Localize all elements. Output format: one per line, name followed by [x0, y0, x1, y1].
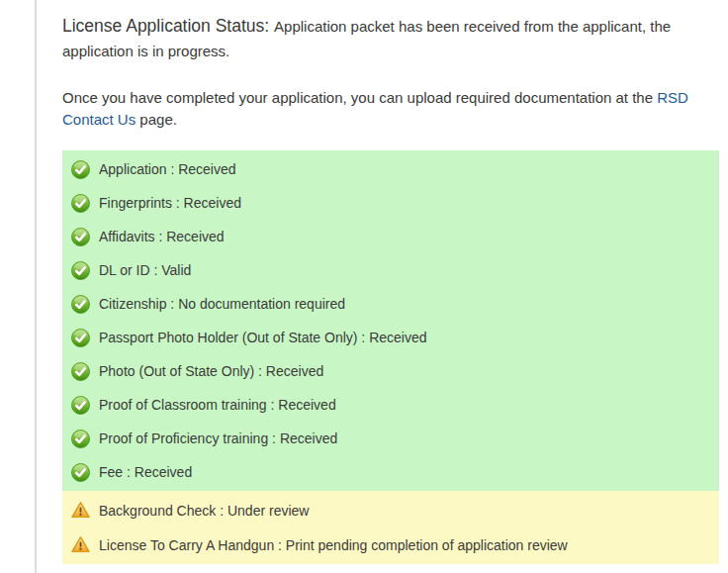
item-separator: : [268, 430, 280, 446]
completed-status-list: Application : Received Fingerprints : Re… [62, 150, 719, 491]
item-label: Fee [99, 464, 123, 480]
item-status: Received [184, 195, 241, 211]
item-status: Received [135, 464, 192, 480]
item-separator: : [172, 195, 184, 211]
check-circle-icon [71, 329, 90, 347]
status-row-affidavits: Affidavits : Received [62, 220, 719, 253]
item-status: Valid [161, 262, 191, 278]
check-circle-icon [71, 362, 90, 381]
check-circle-icon [71, 160, 90, 179]
status-row-proficiency-training: Proof of Proficiency training : Received [62, 422, 719, 455]
item-separator: : [167, 161, 179, 177]
item-status: Received [266, 363, 323, 379]
item-label: Fingerprints [99, 195, 172, 211]
status-row-application: Application : Received [62, 152, 719, 186]
page-content: License Application Status: Application … [62, 0, 719, 564]
item-status: No documentation required [178, 296, 345, 312]
item-separator: : [150, 262, 162, 278]
item-label: Background Check [99, 503, 216, 519]
item-separator: : [254, 363, 266, 379]
status-row-background-check: Background Check : Under review [62, 493, 719, 527]
warning-triangle-icon [71, 501, 90, 520]
check-circle-icon [71, 430, 90, 448]
item-separator: : [274, 537, 286, 553]
item-label: DL or ID [99, 262, 150, 278]
status-row-fingerprints: Fingerprints : Received [62, 186, 719, 220]
status-row-dl-or-id: DL or ID : Valid [62, 253, 719, 287]
item-label: Application [99, 161, 167, 177]
item-label: Proof of Classroom training [99, 397, 267, 413]
upload-note-text-before: Once you have completed your application… [62, 89, 657, 106]
status-row-classroom-training: Proof of Classroom training : Received [62, 388, 719, 422]
check-circle-icon [71, 463, 90, 482]
upload-note: Once you have completed your application… [62, 87, 719, 131]
item-status: Received [166, 229, 224, 244]
license-status-page: License Application Status: Application … [0, 0, 728, 573]
item-separator: : [216, 503, 228, 519]
item-label: Proof of Proficiency training [99, 430, 268, 446]
check-circle-icon [71, 194, 90, 213]
status-row-fee: Fee : Received [62, 455, 719, 489]
item-separator: : [267, 397, 279, 413]
title-separator: : [264, 16, 274, 36]
check-circle-icon [71, 261, 90, 280]
item-label: Affidavits [99, 229, 155, 244]
status-row-license-to-carry: License To Carry A Handgun : Print pendi… [62, 527, 719, 562]
item-separator: : [155, 229, 167, 244]
item-separator: : [123, 464, 135, 480]
status-summary: License Application Status: Application … [62, 14, 719, 63]
left-page-rule [35, 0, 37, 573]
item-status: Received [280, 430, 337, 446]
item-separator: : [357, 330, 369, 345]
check-circle-icon [71, 228, 90, 246]
page-title: License Application Status [62, 16, 264, 36]
item-status: Under review [228, 503, 309, 519]
item-status: Received [178, 161, 235, 177]
item-status: Received [369, 330, 426, 345]
pending-status-list: Background Check : Under review License … [62, 491, 719, 564]
status-row-citizenship: Citizenship : No documentation required [62, 287, 719, 321]
warning-triangle-icon [71, 535, 90, 554]
check-circle-icon [71, 396, 90, 415]
check-circle-icon [71, 295, 90, 314]
item-status: Received [278, 397, 335, 413]
item-label: Photo (Out of State Only) [99, 363, 254, 379]
item-label: Citizenship [99, 296, 166, 312]
item-separator: : [166, 296, 178, 312]
upload-note-text-after: page. [136, 111, 177, 128]
status-row-passport-photo-holder: Passport Photo Holder (Out of State Only… [62, 321, 719, 354]
status-row-photo: Photo (Out of State Only) : Received [62, 354, 719, 388]
item-status: Print pending completion of application … [286, 537, 568, 553]
item-label: Passport Photo Holder (Out of State Only… [99, 330, 357, 345]
item-label: License To Carry A Handgun [99, 537, 274, 553]
